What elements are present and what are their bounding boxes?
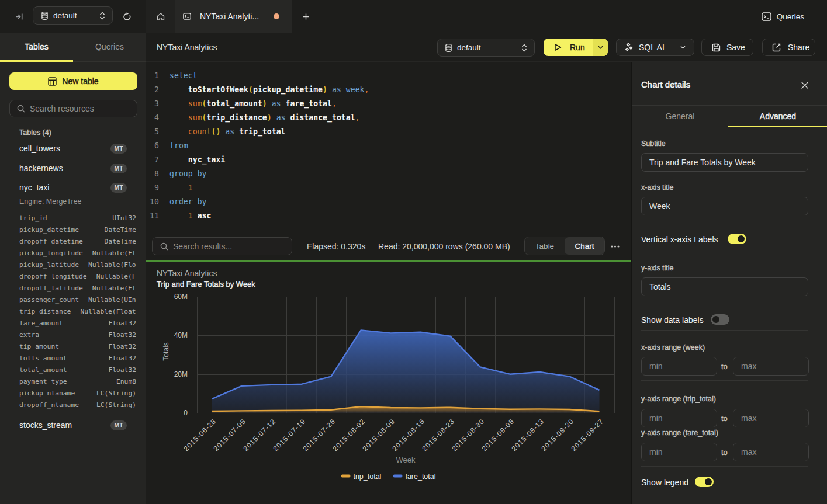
yrange1-max-input[interactable]: max — [733, 409, 809, 427]
yrange1-min-input[interactable]: min — [641, 409, 717, 427]
chevron-down-icon — [680, 46, 686, 49]
y-tick-label: 60M — [174, 293, 188, 301]
search-icon — [17, 105, 25, 113]
sql-token-whitespace — [234, 127, 239, 136]
sidebar: Tables Queries New table Search resource… — [0, 33, 146, 504]
xaxis-title-label: x-axis title — [641, 183, 674, 192]
tab-advanced[interactable]: Advanced — [728, 105, 827, 127]
yrange2-max-input[interactable]: max — [733, 443, 809, 461]
column-row-passenger_count: passenger_countNullable(UInt8) — [19, 294, 136, 305]
sql-token-identifier: total_amount — [207, 99, 262, 108]
results-more-button[interactable] — [611, 234, 620, 259]
toggle-knob — [712, 316, 719, 323]
sql-token-paren: ( — [202, 99, 207, 108]
sql-token-keyword: as — [276, 113, 286, 122]
subtitle-input[interactable]: Trip and Fare Totals by Week — [641, 153, 808, 172]
line-number: 7 — [146, 153, 159, 167]
tab-general[interactable]: General — [632, 105, 728, 127]
sql-token-whitespace — [169, 113, 188, 122]
table-list-item-hackernews[interactable]: hackernewsMT — [19, 162, 136, 175]
sidebar-search-input[interactable]: Search resources — [9, 100, 137, 117]
read-stats: Read: 20,000,000 rows (260.00 MB) — [378, 234, 510, 259]
sql-ai-button-group[interactable]: SQL AI — [616, 39, 694, 56]
column-type: Float32 — [99, 331, 136, 339]
table-list-item-stocks_stream[interactable]: stocks_streamMT — [19, 419, 136, 432]
topbar-database-selector[interactable]: default — [33, 6, 113, 25]
queries-button[interactable]: Queries — [762, 9, 804, 24]
save-button-label: Save — [726, 43, 745, 52]
table-name: stocks_stream — [19, 420, 72, 430]
area-chart[interactable]: 020M40M60MTotals2015-06-282015-07-052015… — [146, 262, 631, 504]
run-button[interactable]: Run — [544, 39, 593, 56]
tab-query-active[interactable]: NYTaxi Analyti... — [175, 0, 292, 33]
run-options-button[interactable] — [593, 39, 608, 56]
sql-token-whitespace — [281, 99, 286, 108]
code-text: toStartOfWeek(pickup_datetime) as week, — [169, 83, 369, 97]
refresh-button[interactable] — [123, 12, 132, 21]
queries-icon — [762, 12, 771, 21]
save-icon — [712, 43, 721, 52]
sidebar-tab-queries[interactable]: Queries — [73, 33, 146, 61]
sql-editor[interactable]: 1select2 toStartOfWeek(pickup_datetime) … — [146, 62, 631, 234]
view-toggle-table[interactable]: Table — [525, 237, 565, 255]
new-tab-button[interactable] — [292, 0, 319, 33]
table-list-item-cell_towers[interactable]: cell_towersMT — [19, 142, 136, 155]
legend-label[interactable]: fare_total — [405, 472, 435, 481]
column-row-fare_amount: fare_amountFloat32 — [19, 317, 136, 329]
sql-ai-options-button[interactable] — [672, 46, 694, 49]
line-number: 6 — [146, 139, 159, 153]
line-number: 3 — [146, 97, 159, 111]
xrange-max-input[interactable]: max — [733, 357, 809, 376]
sql-token-whitespace — [272, 113, 276, 122]
share-button[interactable]: Share — [762, 39, 815, 56]
yrange2-min-input[interactable]: min — [641, 443, 717, 461]
legend-swatch[interactable] — [393, 475, 402, 478]
sql-token-whitespace — [169, 127, 188, 136]
divider — [641, 466, 808, 467]
vertical-labels-toggle[interactable] — [728, 234, 746, 244]
sql-token-identifier: pickup_datetime — [253, 85, 323, 94]
top-bar: default NYTaxi A — [0, 0, 827, 33]
sidebar-tab-tables[interactable]: Tables — [0, 33, 73, 61]
save-button[interactable]: Save — [701, 39, 753, 56]
close-button[interactable] — [801, 81, 809, 89]
engine-badge: MT — [110, 144, 127, 154]
yrange2-to-label: to — [721, 448, 728, 457]
legend-swatch[interactable] — [341, 475, 350, 478]
column-row-extra: extraFloat32 — [19, 329, 136, 340]
view-toggle: Table Chart — [524, 237, 605, 255]
vertical-labels-label: Vertical x-axis Labels — [641, 235, 718, 244]
xaxis-title-input[interactable]: Week — [641, 197, 808, 215]
tab-query-label: NYTaxi Analyti... — [200, 12, 259, 21]
table-list-item-nyc_taxi[interactable]: nyc_taxiMT — [19, 181, 136, 194]
sql-token-function: sum — [188, 113, 202, 122]
code-text: sum(total_amount) as fare_total, — [169, 97, 337, 111]
yaxis-title-input[interactable]: Totals — [641, 277, 808, 296]
code-text: 1 — [169, 181, 193, 195]
view-toggle-chart[interactable]: Chart — [565, 237, 604, 255]
line-number: 5 — [146, 125, 159, 139]
sql-token-comma: , — [365, 85, 369, 94]
new-table-button[interactable]: New table — [9, 72, 137, 90]
line-number: 9 — [146, 181, 159, 195]
header-database-selector[interactable]: default — [437, 39, 535, 57]
sql-token-keyword: as — [225, 127, 234, 136]
table-name: nyc_taxi — [19, 183, 49, 192]
xrange-min-input[interactable]: min — [641, 357, 717, 376]
yrange1-label: y-axis range (trip_total) — [641, 395, 716, 403]
column-name: trip_id — [19, 214, 47, 222]
editor-line-2: 2 toStartOfWeek(pickup_datetime) as week… — [146, 83, 631, 97]
data-labels-toggle[interactable] — [711, 314, 729, 325]
editor-line-3: 3 sum(total_amount) as fare_total, — [146, 97, 631, 111]
show-legend-toggle[interactable] — [695, 477, 714, 487]
table-name: hackernews — [19, 164, 63, 173]
sql-token-paren: ) — [262, 99, 267, 108]
collapse-sidebar-button[interactable] — [16, 13, 23, 20]
run-button-group: Run — [544, 39, 608, 56]
editor-line-5: 5 count() as trip_total — [146, 125, 631, 139]
legend-label[interactable]: trip_total — [353, 472, 381, 481]
tab-advanced-underline — [728, 126, 827, 127]
tab-home[interactable] — [146, 0, 175, 33]
results-search-input[interactable]: Search results... — [152, 237, 292, 255]
column-name: tolls_amount — [19, 354, 67, 362]
